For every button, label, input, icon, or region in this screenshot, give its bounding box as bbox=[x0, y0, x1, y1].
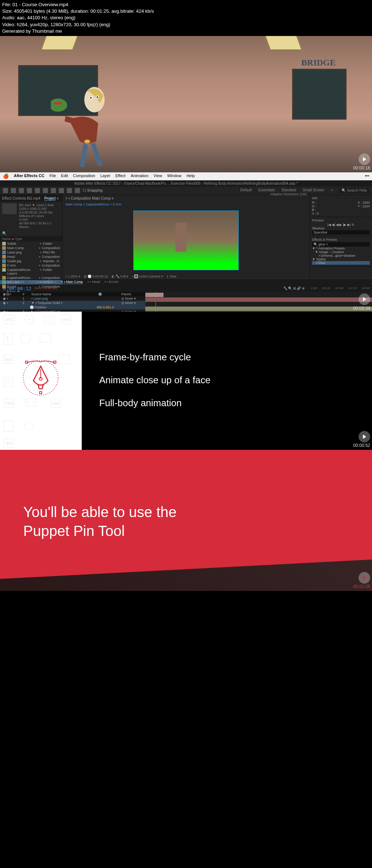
proj-name: BG.mp4 ▼, used 1 time bbox=[19, 203, 60, 207]
svg-point-29 bbox=[33, 401, 36, 404]
rotate-tool-icon[interactable] bbox=[27, 188, 32, 193]
text-tool-icon[interactable] bbox=[67, 188, 72, 193]
pen-tool-icon[interactable] bbox=[59, 188, 64, 193]
timeline-layer: ◉ ▪1▪ Laser.png◎ None ▾ bbox=[0, 296, 145, 301]
comp-tab[interactable]: Composition Main Comp bbox=[71, 196, 111, 200]
list-item: CaptainwithGun▪Composition bbox=[0, 276, 62, 280]
image-creative[interactable]: Image – Creative bbox=[319, 250, 344, 254]
brush-tool-icon[interactable] bbox=[75, 188, 80, 193]
effects-search[interactable]: glow bbox=[319, 243, 326, 246]
slide-line-3: Full-body animation bbox=[99, 397, 355, 409]
list-item: Head▪Composition bbox=[0, 255, 62, 259]
info-y: Y : 1224 bbox=[357, 204, 370, 208]
svg-point-0 bbox=[51, 99, 67, 112]
menu-layer[interactable]: Layer bbox=[100, 173, 110, 179]
view-count[interactable]: 1 View bbox=[167, 275, 177, 278]
cartoon-character bbox=[51, 76, 131, 171]
project-tab[interactable]: Project bbox=[44, 196, 56, 201]
svg-text:PSD: PSD bbox=[63, 318, 70, 322]
menu-edit[interactable]: Edit bbox=[61, 173, 68, 179]
timeline-time[interactable]: 0:00:00:12 bbox=[0, 285, 34, 292]
col-name[interactable]: Name bbox=[2, 237, 11, 241]
resolution[interactable]: Full bbox=[120, 275, 126, 278]
right-panels[interactable]: Info R : G : B : A : 0 X : 1944 Y : 1224… bbox=[310, 195, 372, 279]
workspace-default[interactable]: Default bbox=[240, 188, 252, 193]
preview-panel-header[interactable]: Preview bbox=[312, 219, 370, 222]
mac-menubar[interactable]: 🍎 After Effects CC File Edit Composition… bbox=[0, 172, 372, 180]
proj-colors: Millions of Colors bbox=[19, 214, 60, 218]
slide-left-pattern: JPG PSD T MOV PNG PSD JPG bbox=[0, 312, 82, 450]
glow-effect[interactable]: Glow bbox=[318, 261, 326, 265]
generated-line: Generated by Thumbnail me bbox=[2, 28, 370, 35]
bg-door bbox=[292, 69, 347, 120]
play-overlay-icon[interactable] bbox=[359, 153, 370, 165]
size-line: Size: 4505401 bytes (4.30 MiB), duration… bbox=[2, 8, 370, 15]
thumbnail-frame-1: BRIDGE 00:00:18 bbox=[0, 36, 372, 172]
headline-line-1: You'll be able to use the bbox=[23, 503, 177, 521]
anim-presets[interactable]: * Animation Presets bbox=[316, 247, 345, 250]
list-item: Solids▪Folder bbox=[0, 241, 62, 246]
pan-tool-icon[interactable] bbox=[43, 188, 48, 193]
svg-point-4 bbox=[90, 97, 92, 99]
camera-tool-icon[interactable] bbox=[35, 188, 40, 193]
comp-breadcrumb[interactable]: Main Comp < CaptainwithGun < F.Arm bbox=[62, 202, 310, 207]
menu-view[interactable]: View bbox=[154, 173, 162, 179]
shape-tool-icon[interactable] bbox=[51, 188, 56, 193]
tab-main-comp[interactable]: Main Comp bbox=[66, 280, 83, 284]
stylize[interactable]: Stylize bbox=[316, 257, 326, 261]
menu-window[interactable]: Window bbox=[167, 173, 181, 179]
proj-audio: 48.000 kHz / 32 bit U / Stereo bbox=[19, 221, 60, 229]
play-overlay-icon[interactable] bbox=[359, 572, 370, 584]
svg-point-28 bbox=[27, 401, 30, 404]
ae-toolbar[interactable]: ☐ Snapping Default Essentials Standard S… bbox=[0, 187, 372, 195]
menu-file[interactable]: File bbox=[49, 173, 56, 179]
tab-head[interactable]: Head bbox=[92, 280, 100, 284]
play-overlay-icon[interactable] bbox=[359, 431, 370, 443]
composition-panel[interactable]: × ▪ Composition Main Comp ≡ Main Comp < … bbox=[62, 195, 310, 279]
svg-text:MOV: MOV bbox=[5, 358, 13, 361]
timestamp: 00:00:52 bbox=[353, 443, 370, 448]
info-b: B : bbox=[312, 208, 319, 212]
zoom-tool-icon[interactable] bbox=[19, 188, 24, 193]
search-help[interactable]: 🔍 Search Help bbox=[339, 188, 369, 193]
svg-text:JPG: JPG bbox=[6, 318, 13, 322]
apple-icon[interactable]: 🍎 bbox=[3, 173, 9, 179]
tab-captain[interactable]: CaptainwithGun bbox=[34, 280, 57, 284]
video-line: Video: h264, yuv420p, 1280x720, 30.00 fp… bbox=[2, 21, 370, 28]
slide-line-1: Frame-by-frame cycle bbox=[99, 352, 355, 363]
info-panel-header[interactable]: Info bbox=[312, 196, 370, 200]
tab-barm[interactable]: B.Arm bbox=[109, 280, 118, 284]
comp-viewer[interactable] bbox=[133, 211, 239, 270]
zoom-level[interactable]: 25% bbox=[71, 275, 77, 278]
col-source[interactable]: Source Name bbox=[31, 292, 97, 296]
svg-rect-11 bbox=[44, 315, 54, 324]
app-name[interactable]: After Effects CC bbox=[14, 173, 44, 179]
effect-controls-tab[interactable]: Effect Controls BG.mp4 bbox=[2, 196, 40, 200]
col-type[interactable]: Type bbox=[15, 237, 22, 241]
dimensions-preset[interactable]: Dimensi...glow+shadow bbox=[321, 254, 355, 257]
timestamp: 00:00:34 bbox=[353, 306, 370, 311]
menu-effect[interactable]: Effect bbox=[116, 173, 126, 179]
effects-panel-header[interactable]: Effects & Presets bbox=[312, 238, 370, 241]
menu-composition[interactable]: Composition bbox=[73, 173, 95, 179]
info-g: G : bbox=[312, 204, 319, 208]
play-overlay-icon[interactable] bbox=[359, 293, 370, 305]
hand-tool-icon[interactable] bbox=[11, 188, 16, 193]
tab-render-queue[interactable]: Render Queue bbox=[3, 280, 24, 284]
proj-dims: 1920 x 1080 (1.00) bbox=[19, 207, 60, 211]
svg-point-6 bbox=[97, 96, 98, 98]
shortcut-value[interactable]: Spacebar bbox=[312, 230, 370, 235]
list-item: Guide.jpg▪Importe...G bbox=[0, 259, 62, 263]
proj-codec: H.264 bbox=[19, 218, 60, 221]
project-panel[interactable]: Effect Controls BG.mp4 Project ≡ BG.mp4 … bbox=[0, 195, 62, 279]
menu-animation[interactable]: Animation bbox=[131, 173, 149, 179]
timeline-layer: ◉ ▪2▼ ▪ Turquoise Solid 1◎ None ▾ bbox=[0, 301, 145, 305]
col-parent[interactable]: Parent bbox=[121, 292, 131, 296]
svg-text:PNG: PNG bbox=[6, 401, 14, 405]
list-item: F.Arm▪Composition bbox=[0, 263, 62, 268]
menu-help[interactable]: Help bbox=[186, 173, 195, 179]
svg-point-12 bbox=[47, 317, 51, 322]
selection-tool-icon[interactable] bbox=[3, 188, 8, 193]
snapping-label[interactable]: Snapping bbox=[87, 188, 102, 192]
active-camera[interactable]: Active Camera bbox=[139, 275, 160, 278]
